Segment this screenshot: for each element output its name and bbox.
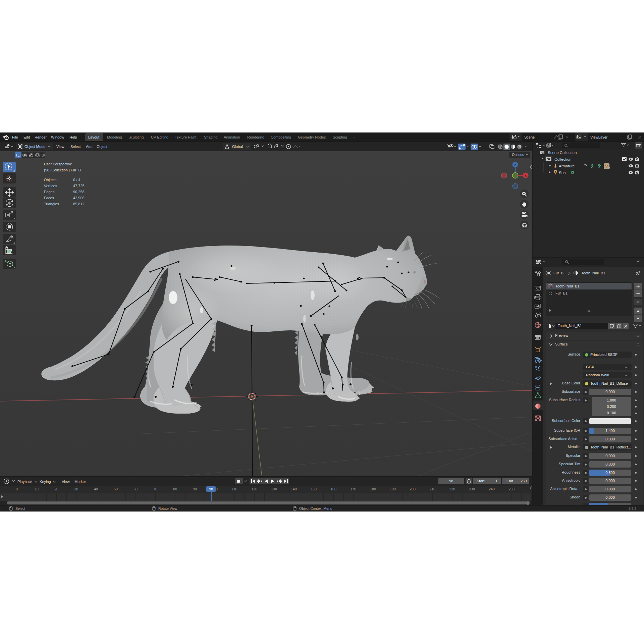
svg-text:Scene Collection: Scene Collection: [548, 151, 577, 155]
svg-text:Collection: Collection: [554, 157, 572, 161]
svg-text:Sun: Sun: [559, 171, 566, 175]
svg-text:X: X: [525, 174, 527, 177]
svg-text:Armature: Armature: [559, 164, 575, 168]
svg-text:Z: Z: [514, 163, 516, 167]
svg-text:2: 2: [609, 167, 610, 170]
